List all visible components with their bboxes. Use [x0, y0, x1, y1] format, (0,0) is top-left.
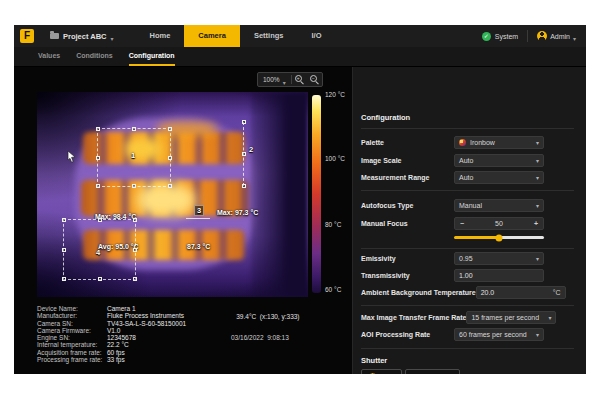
roi-handle[interactable]: [96, 127, 100, 131]
system-label: System: [495, 33, 518, 40]
user-name: Admin: [550, 33, 570, 40]
ambient-temperature-input[interactable]: 20.0 °C: [476, 286, 566, 299]
subtab-configuration[interactable]: Configuration: [129, 47, 175, 66]
roi-handle[interactable]: [133, 277, 137, 281]
colorbar-label-100: 100 °C: [325, 155, 345, 162]
aoi-processing-rate-select[interactable]: 60 frames per second: [454, 328, 544, 341]
cursor-temperature: 39.4°C (x:130, y:333): [236, 313, 299, 320]
autofocus-type-value: Manual: [459, 202, 482, 209]
project-selector[interactable]: Project ABC: [44, 25, 120, 47]
nav-tab-io[interactable]: I/O: [297, 25, 335, 47]
topbar-divider: [527, 30, 528, 42]
image-scale-label: Image Scale: [361, 157, 401, 164]
ambient-temperature-unit: °C: [553, 289, 561, 296]
panel-divider: [361, 128, 574, 129]
subtab-values[interactable]: Values: [38, 47, 60, 66]
viewer-zoom-toolbar: 100% + −: [257, 72, 323, 87]
row-manual-focus: Manual Focus − 50 +: [361, 216, 544, 230]
top-navbar: F Project ABC Home Camera Settings I/O S…: [14, 25, 586, 47]
device-info-value: 12345678: [107, 334, 136, 341]
emissivity-value: 0.95: [459, 255, 473, 262]
chevron-down-icon: [536, 157, 539, 164]
panel-divider: [361, 190, 574, 191]
device-info-row: Processing frame rate: 33 fps: [37, 356, 217, 363]
palette-select[interactable]: Ironbow: [454, 136, 544, 149]
max-frame-rate-value: 15 frames per second: [471, 314, 539, 321]
device-info-row: Manufacturer: Fluke Process Instruments: [37, 312, 217, 319]
chevron-down-icon: [283, 71, 286, 89]
slider-thumb[interactable]: [496, 234, 503, 241]
roi-handle[interactable]: [168, 184, 172, 188]
temperature-colorbar: [312, 95, 321, 293]
transmissivity-value: 1.00: [459, 272, 473, 279]
subtab-conditions[interactable]: Conditions: [76, 47, 113, 66]
device-info-row: Camera SN: TV43-SA-L-S-60-58150001: [37, 320, 217, 327]
row-measurement-range: Measurement Range Auto: [361, 170, 544, 184]
user-avatar-icon: [537, 31, 547, 41]
transmissivity-input[interactable]: 1.00: [454, 269, 544, 282]
shutter-configure-button[interactable]: Configure...: [405, 369, 460, 374]
shutter-now-label: Now: [379, 373, 394, 374]
roi-handle[interactable]: [62, 218, 66, 222]
roi-handle[interactable]: [62, 248, 66, 252]
roi-3-value: 87.3 °C: [187, 242, 210, 252]
roi-handle[interactable]: [133, 218, 137, 222]
roi-region-1[interactable]: 1: [97, 128, 171, 187]
nav-tab-camera[interactable]: Camera: [184, 25, 240, 47]
image-timestamp: 03/16/2022 9:08:13: [231, 334, 349, 341]
aoi-processing-rate-value: 60 frames per second: [459, 331, 527, 338]
roi-handle[interactable]: [133, 248, 137, 252]
palette-swatch-icon: [459, 139, 466, 146]
nav-tab-settings[interactable]: Settings: [240, 25, 298, 47]
image-scale-value: Auto: [459, 157, 473, 164]
roi-handle[interactable]: [62, 277, 66, 281]
roi-handle[interactable]: [132, 127, 136, 131]
roi-handle[interactable]: [96, 156, 100, 160]
measurement-range-select[interactable]: Auto: [454, 171, 544, 184]
zoom-out-button[interactable]: −: [307, 73, 322, 86]
roi-region-2[interactable]: [243, 122, 244, 186]
max-frame-rate-select[interactable]: 15 frames per second: [466, 311, 556, 324]
max-frame-rate-label: Max Image Transfer Frame Rate: [361, 314, 466, 321]
system-ok-icon: [482, 32, 491, 41]
shutter-now-button[interactable]: Now: [361, 369, 402, 374]
roi-region-4[interactable]: 4: [63, 219, 136, 280]
chevron-down-icon: [536, 202, 539, 209]
device-info-value: Camera 1: [107, 305, 136, 312]
zoom-in-button[interactable]: +: [292, 73, 307, 86]
manual-focus-slider[interactable]: [454, 236, 544, 239]
chevron-down-icon: [548, 314, 551, 321]
roi-handle[interactable]: [98, 277, 102, 281]
roi-handle[interactable]: [96, 184, 100, 188]
device-info-row: Device Name: Camera 1: [37, 305, 217, 312]
row-image-scale: Image Scale Auto: [361, 153, 544, 167]
stepper-plus-button[interactable]: +: [534, 220, 538, 227]
system-status[interactable]: System: [482, 32, 518, 41]
palette-value: Ironbow: [470, 139, 495, 146]
project-name: Project ABC: [63, 32, 106, 41]
folder-icon: [50, 33, 59, 39]
roi-3-marker-line: [186, 218, 210, 219]
zoom-level-select[interactable]: 100%: [258, 73, 291, 86]
row-aoi-processing-rate: AOI Processing Rate 60 frames per second: [361, 327, 544, 341]
roi-handle[interactable]: [98, 218, 102, 222]
nav-tab-home[interactable]: Home: [136, 25, 185, 47]
roi-3-number[interactable]: 3: [194, 205, 204, 216]
emissivity-select[interactable]: 0.95: [454, 252, 544, 265]
autofocus-type-select[interactable]: Manual: [454, 199, 544, 212]
device-info-value: TV43-SA-L-S-60-58150001: [107, 320, 186, 327]
thermal-image[interactable]: 1 Max: 98.4 °C Avg: 95.0 °C 2 Max: 97.3 …: [37, 92, 308, 297]
roi-handle[interactable]: [242, 120, 246, 124]
device-info-label: Acquisition frame rate:: [37, 349, 107, 356]
roi-handle[interactable]: [242, 152, 246, 156]
panel-divider: [361, 348, 574, 349]
roi-2-max: Max: 97.3 °C: [217, 208, 258, 218]
device-info-value: V1.0: [107, 327, 120, 334]
manual-focus-stepper[interactable]: − 50 +: [454, 217, 544, 230]
roi-handle[interactable]: [132, 184, 136, 188]
roi-handle[interactable]: [168, 156, 172, 160]
roi-handle[interactable]: [168, 127, 172, 131]
image-scale-select[interactable]: Auto: [454, 154, 544, 167]
user-menu[interactable]: Admin: [537, 27, 576, 45]
palette-label: Palette: [361, 139, 384, 146]
